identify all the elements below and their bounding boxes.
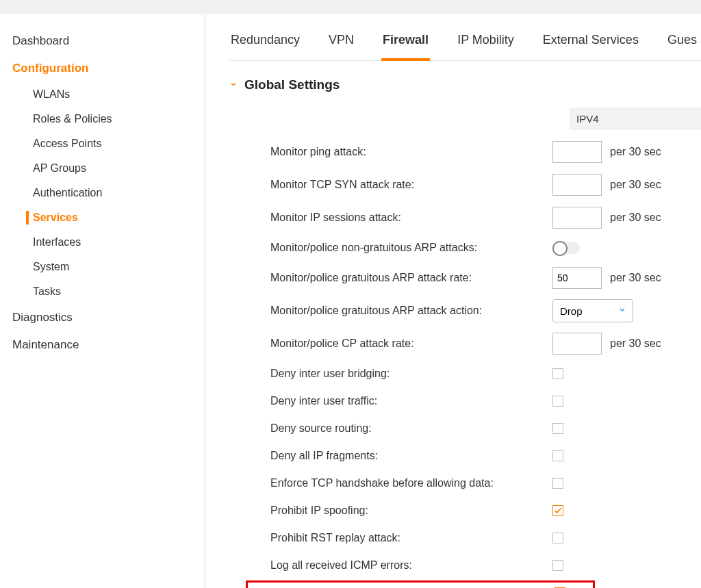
tab-guest[interactable]: Gues <box>666 33 698 60</box>
checkbox-deny-source-routing[interactable] <box>552 423 563 434</box>
label-prohibit-ip-spoofing: Prohibit IP spoofing: <box>251 504 552 517</box>
row-allow-tri-session-highlighted: Allow tri-session with DNAT: <box>246 580 595 588</box>
label-non-gratuitous-arp: Monitor/police non-gratuitous ARP attack… <box>251 242 552 254</box>
input-monitor-tcp-syn[interactable] <box>552 174 602 196</box>
sidebar-item-access-points[interactable]: Access Points <box>0 131 205 156</box>
checkbox-prohibit-rst-replay[interactable] <box>552 533 563 544</box>
unit-label: per 30 sec <box>610 179 661 191</box>
input-monitor-ping-attack[interactable] <box>552 141 602 163</box>
sidebar-item-configuration[interactable]: Configuration <box>0 55 205 82</box>
label-deny-all-ip-fragments: Deny all IP fragments: <box>251 450 552 462</box>
checkbox-deny-inter-user-traffic[interactable] <box>552 396 563 407</box>
top-bar <box>0 0 701 14</box>
checkbox-deny-inter-user-bridging[interactable] <box>552 368 563 379</box>
tabs: Redundancy VPN Firewall IP Mobility Exte… <box>229 33 701 61</box>
checkbox-prohibit-ip-spoofing[interactable] <box>552 505 563 516</box>
tab-firewall[interactable]: Firewall <box>381 33 430 61</box>
row-non-gratuitous-arp: Monitor/police non-gratuitous ARP attack… <box>251 235 701 260</box>
row-monitor-ping-attack: Monitor ping attack: per 30 sec <box>251 137 701 167</box>
row-log-icmp-errors: Log all received ICMP errors: <box>251 553 701 578</box>
sidebar-item-dashboard[interactable]: Dashboard <box>0 27 205 55</box>
sidebar-item-authentication[interactable]: Authentication <box>0 181 205 205</box>
label-deny-source-routing: Deny source routing: <box>251 422 552 435</box>
row-deny-inter-user-bridging: Deny inter user bridging: <box>251 361 701 386</box>
sidebar-item-services[interactable]: Services <box>0 205 205 230</box>
row-enforce-tcp-handshake: Enforce TCP handshake before allowing da… <box>251 471 701 496</box>
unit-label: per 30 sec <box>610 212 661 224</box>
sidebar-item-wlans[interactable]: WLANs <box>0 82 205 107</box>
row-cp-attack-rate: Monitor/police CP attack rate: per 30 se… <box>251 329 701 359</box>
unit-label: per 30 sec <box>610 337 661 350</box>
input-monitor-ip-sessions[interactable] <box>552 207 602 229</box>
label-enforce-tcp-handshake: Enforce TCP handshake before allowing da… <box>251 477 552 489</box>
row-gratuitous-arp-rate: Monitor/police gratuitous ARP attack rat… <box>251 263 701 293</box>
tab-external-services[interactable]: External Services <box>541 33 640 60</box>
label-cp-attack-rate: Monitor/police CP attack rate: <box>251 337 552 350</box>
label-prohibit-rst-replay: Prohibit RST replay attack: <box>251 532 552 544</box>
sidebar: Dashboard Configuration WLANs Roles & Po… <box>0 14 205 588</box>
tab-redundancy[interactable]: Redundancy <box>229 33 301 60</box>
label-monitor-tcp-syn: Monitor TCP SYN attack rate: <box>251 179 552 191</box>
toggle-non-gratuitous-arp[interactable] <box>552 242 580 254</box>
sidebar-item-roles[interactable]: Roles & Policies <box>0 107 205 131</box>
checkbox-enforce-tcp-handshake[interactable] <box>552 478 563 489</box>
row-monitor-tcp-syn: Monitor TCP SYN attack rate: per 30 sec <box>251 170 701 200</box>
sidebar-item-interfaces[interactable]: Interfaces <box>0 230 205 255</box>
tab-ip-mobility[interactable]: IP Mobility <box>456 33 515 60</box>
label-gratuitous-arp-rate: Monitor/police gratuitous ARP attack rat… <box>251 272 552 284</box>
label-monitor-ping-attack: Monitor ping attack: <box>251 146 552 158</box>
sidebar-item-maintenance[interactable]: Maintenance <box>0 331 205 359</box>
label-log-icmp-errors: Log all received ICMP errors: <box>251 559 552 572</box>
unit-label: per 30 sec <box>610 146 661 158</box>
sidebar-item-diagnostics[interactable]: Diagnostics <box>0 304 205 331</box>
row-deny-source-routing: Deny source routing: <box>251 416 701 441</box>
row-gratuitous-arp-action: Monitor/police gratuitous ARP attack act… <box>251 296 701 326</box>
row-prohibit-rst-replay: Prohibit RST replay attack: <box>251 526 701 550</box>
row-deny-all-ip-fragments: Deny all IP fragments: <box>251 444 701 468</box>
input-gratuitous-arp-rate[interactable] <box>552 267 602 289</box>
label-deny-inter-user-bridging: Deny inter user bridging: <box>251 368 552 380</box>
sidebar-item-ap-groups[interactable]: AP Groups <box>0 156 205 181</box>
settings-container: IPV4 Monitor ping attack: per 30 sec Mon… <box>251 107 701 588</box>
section-header[interactable]: Global Settings <box>229 77 701 92</box>
sidebar-item-tasks[interactable]: Tasks <box>0 279 205 304</box>
label-deny-inter-user-traffic: Deny inter user traffic: <box>251 395 552 407</box>
row-prohibit-ip-spoofing: Prohibit IP spoofing: <box>251 498 701 523</box>
column-header-ipv4: IPV4 <box>570 107 701 130</box>
checkbox-deny-all-ip-fragments[interactable] <box>552 450 563 461</box>
select-arp-action[interactable]: Drop <box>552 299 633 322</box>
checkbox-log-icmp-errors[interactable] <box>552 560 563 571</box>
sidebar-item-system[interactable]: System <box>0 255 205 279</box>
main-content: Redundancy VPN Firewall IP Mobility Exte… <box>205 14 701 588</box>
label-monitor-ip-sessions: Monitor IP sessions attack: <box>251 212 552 224</box>
tab-vpn[interactable]: VPN <box>327 33 355 60</box>
row-monitor-ip-sessions: Monitor IP sessions attack: per 30 sec <box>251 203 701 233</box>
row-deny-inter-user-traffic: Deny inter user traffic: <box>251 389 701 413</box>
section-title: Global Settings <box>244 77 340 92</box>
unit-label: per 30 sec <box>610 272 661 284</box>
input-cp-attack-rate[interactable] <box>552 333 602 355</box>
chevron-down-icon <box>229 79 238 90</box>
label-gratuitous-arp-action: Monitor/police gratuitous ARP attack act… <box>251 305 552 317</box>
